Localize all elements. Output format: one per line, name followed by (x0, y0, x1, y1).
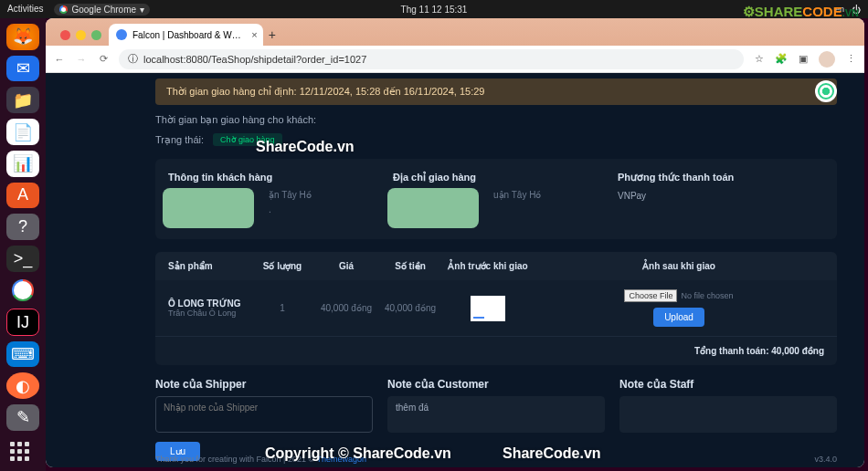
url-text: localhost:8080/TeaShop/shipdetail?order_… (143, 54, 366, 65)
dock-thunderbird-icon[interactable]: ✉ (6, 56, 39, 82)
th-qty: Số lượng (250, 261, 314, 271)
product-name: Ô LONG TRỨNG (168, 298, 250, 309)
shipping-title: Địa chỉ giao hàng (393, 172, 599, 183)
th-product: Sản phẩm (168, 261, 250, 271)
activities-button[interactable]: Activities (7, 4, 43, 16)
upload-button[interactable]: Upload (653, 308, 704, 327)
shipper-note-input[interactable] (155, 396, 373, 433)
customer-line2: . (269, 204, 271, 215)
shipping-addr-fragment: uận Tây Hồ (493, 190, 541, 200)
menu-icon[interactable]: ⋮ (844, 53, 857, 65)
customer-note-display: thêm đá (387, 396, 605, 433)
active-app-chip[interactable]: Google Chrome ▾ (54, 4, 150, 16)
redaction-block (387, 188, 479, 228)
status-badge: Chờ giao hàng (213, 133, 282, 146)
tab-close-icon[interactable]: × (251, 29, 257, 40)
address-bar[interactable]: ⓘ localhost:8080/TeaShop/shipdetail?orde… (119, 49, 744, 69)
cell-price: 40,000 đồng (314, 303, 378, 313)
payment-value: VNPay (618, 191, 824, 201)
clock[interactable]: Thg 11 12 15:31 (401, 5, 468, 15)
new-tab-button[interactable]: + (263, 27, 281, 46)
redaction-block (163, 188, 254, 228)
before-image-thumb[interactable] (471, 296, 505, 321)
cell-qty: 1 (250, 303, 314, 313)
dock-files-icon[interactable]: 📁 (6, 87, 39, 113)
tab-strip: Falcon | Dashboard & W… × + (46, 18, 864, 46)
dock-writer-icon[interactable]: 📄 (6, 119, 39, 145)
dock-postman-icon[interactable]: ◐ (6, 372, 39, 399)
dock-calc-icon[interactable]: 📊 (6, 151, 39, 177)
bookmark-icon[interactable]: ☆ (753, 53, 766, 65)
active-app-label: Google Chrome (71, 5, 136, 15)
user-badge-icon[interactable] (815, 80, 837, 102)
notes-row: Note của Shipper Lưu Note của Customer t… (155, 378, 837, 461)
choose-file-button[interactable]: Choose File (624, 289, 677, 302)
note-shipper-title: Note của Shipper (155, 378, 373, 391)
order-total: Tổng thanh toán: 40,000 đồng (155, 336, 837, 365)
tab-title: Falcon | Dashboard & W… (132, 30, 241, 40)
window-min-icon[interactable] (76, 30, 86, 40)
dock-terminal-icon[interactable]: >_ (6, 246, 39, 272)
dock-edit-icon[interactable]: ✎ (6, 404, 39, 431)
extension-icon[interactable]: 🧩 (775, 53, 788, 65)
app-viewport: Thời gian giao hàng chỉ định: 12/11/2024… (46, 73, 864, 467)
favicon-icon (116, 29, 127, 40)
customer-info-title: Thông tin khách hàng (168, 172, 375, 183)
forward-button[interactable]: → (75, 54, 88, 65)
cell-amount: 40,000 đồng (378, 303, 442, 313)
back-button[interactable]: ← (53, 54, 66, 65)
ubuntu-dock: 🦊 ✉ 📁 📄 📊 A ? >_ IJ ⌨ ◐ ✎ (0, 18, 46, 471)
extension2-icon[interactable]: ▣ (797, 53, 810, 65)
delivered-time-label: Thời gian bạn giao hàng cho khách: (155, 114, 837, 126)
dock-intellij-icon[interactable]: IJ (6, 309, 39, 335)
chevron-down-icon: ▾ (140, 5, 144, 15)
dock-help-icon[interactable]: ? (6, 214, 39, 240)
shipping-address-col: Địa chỉ giao hàng uận Tây Hồ (393, 172, 599, 226)
customer-info-col: Thông tin khách hàng ặn Tây Hồ . (168, 172, 375, 226)
file-status: No file chosen (681, 291, 733, 300)
footer-text: Thank you for creating with Falcon | 202… (155, 455, 316, 464)
window-close-icon[interactable] (60, 30, 70, 40)
watermark-logo: ⚙SHARECODE.VN (743, 4, 859, 20)
site-info-icon[interactable]: ⓘ (128, 52, 138, 66)
delivery-window-notice: Thời gian giao hàng chỉ định: 12/11/2024… (155, 78, 837, 105)
th-amount: Số tiền (378, 261, 442, 271)
page-footer: Thank you for creating with Falcon | 202… (155, 455, 837, 464)
th-before-img: Ảnh trước khi giao (442, 261, 534, 271)
chrome-window: Falcon | Dashboard & W… × + ← → ⟳ ⓘ loca… (46, 18, 864, 467)
window-max-icon[interactable] (91, 30, 101, 40)
dock-software-icon[interactable]: A (6, 183, 39, 209)
note-customer-title: Note của Customer (387, 378, 605, 391)
info-card: Thông tin khách hàng ặn Tây Hồ . Địa chỉ… (155, 159, 837, 239)
browser-tab[interactable]: Falcon | Dashboard & W… × (109, 24, 263, 46)
table-row: Ô LONG TRỨNG Trân Châu Ô Long 1 40,000 đ… (155, 280, 837, 336)
th-after-img: Ảnh sau khi giao (534, 261, 824, 271)
chrome-icon (59, 5, 68, 14)
reload-button[interactable]: ⟳ (97, 53, 110, 65)
th-price: Giá (314, 261, 378, 271)
staff-note-display (619, 396, 837, 433)
profile-avatar[interactable] (819, 51, 835, 68)
dock-chrome-icon[interactable] (6, 277, 39, 304)
toolbar: ← → ⟳ ⓘ localhost:8080/TeaShop/shipdetai… (46, 46, 864, 73)
status-label: Trạng thái: (155, 134, 204, 146)
payment-title: Phương thức thanh toán (618, 172, 824, 183)
show-apps-button[interactable] (10, 442, 36, 462)
product-sub: Trân Châu Ô Long (168, 309, 250, 318)
customer-addr-fragment: ặn Tây Hồ (269, 190, 312, 200)
footer-link[interactable]: Themewagon (316, 455, 366, 464)
dock-firefox-icon[interactable]: 🦊 (6, 24, 39, 50)
dock-vscode-icon[interactable]: ⌨ (6, 341, 39, 368)
note-staff-title: Note của Staff (619, 378, 837, 391)
footer-version: v3.4.0 (814, 455, 837, 464)
order-items-table: Sản phẩm Số lượng Giá Số tiền Ảnh trước … (155, 252, 837, 365)
os-top-bar: Activities Google Chrome ▾ Thg 11 12 15:… (0, 0, 868, 18)
payment-method-col: Phương thức thanh toán VNPay (618, 172, 824, 226)
